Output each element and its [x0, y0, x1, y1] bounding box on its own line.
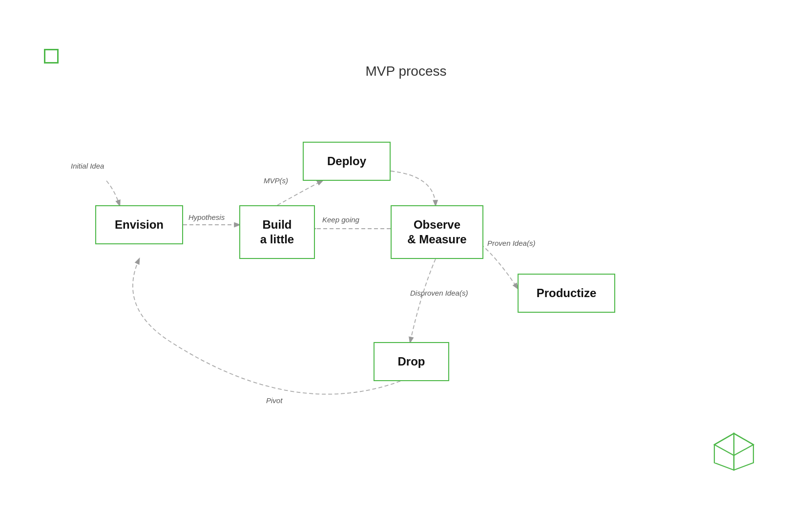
mvps-label: MVP(s): [264, 176, 288, 186]
drop-label: Drop: [398, 354, 425, 369]
build-label: Build a little: [260, 217, 294, 247]
disproven-ideas-label: Disproven Idea(s): [410, 288, 468, 298]
deploy-label: Deploy: [327, 154, 366, 169]
hypothesis-label: Hypothesis: [188, 213, 225, 222]
envision-label: Envision: [115, 217, 164, 232]
productize-box: Productize: [518, 274, 615, 313]
productize-label: Productize: [537, 286, 597, 301]
initial-idea-label: Initial Idea: [71, 161, 104, 171]
pivot-label: Pivot: [266, 396, 282, 406]
keep-going-label: Keep going: [322, 215, 359, 225]
page-title: MVP process: [366, 64, 447, 79]
envision-box: Envision: [95, 205, 183, 244]
build-box: Build a little: [239, 205, 315, 259]
drop-box: Drop: [374, 342, 449, 381]
observe-label: Observe & Measure: [407, 217, 466, 247]
proven-ideas-label: Proven Idea(s): [487, 238, 535, 248]
logo-square: [44, 49, 59, 64]
observe-box: Observe & Measure: [391, 205, 483, 259]
cube-icon: [709, 429, 758, 477]
deploy-box: Deploy: [303, 142, 391, 181]
